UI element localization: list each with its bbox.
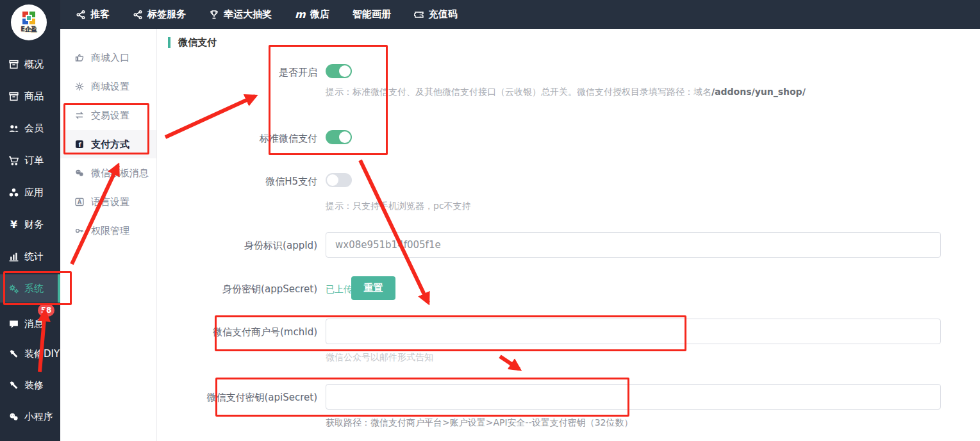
submenu-label: 商城设置 [91,81,129,93]
sidebar-label: 订单 [24,154,44,167]
archive-icon [8,91,19,102]
appsecret-label: 身份密钥(appSecret) [160,283,317,295]
logo-text: E企盈 [21,25,37,34]
main-sidebar: E企盈 概况 商品 会员 订单 应用 ¥ 财务 统计 系统 消息 装修DIY [0,0,60,441]
standard-pay-toggle[interactable] [326,130,352,144]
sidebar-label: 小程序 [24,411,53,423]
sidebar-item-statistics[interactable]: 统计 [0,242,60,270]
arrow-mchid-to-apisecret [500,356,519,369]
users-icon [8,123,19,134]
sidebar-item-decorate[interactable]: 装修 [0,371,60,399]
yen-icon: ¥ [8,219,19,231]
sidebar-label: 应用 [24,187,44,199]
toggle-knob [339,131,351,143]
wechat-icon [8,412,19,422]
enable-label: 是否开启 [160,67,317,79]
hammer-icon [8,380,19,391]
sidebar-label: 会员 [24,122,44,135]
trophy-icon [209,10,219,20]
h5-pay-toggle[interactable] [326,173,352,187]
ticket-icon [414,10,424,20]
auth-path: /addons/yun_shop/ [711,87,806,97]
m-icon: m [295,10,306,20]
arrow-submenu-to-toggles [165,96,255,137]
sidebar-item-mini-program[interactable]: 小程序 [0,403,60,431]
cubes-icon [8,187,19,198]
sidebar-label: 消息 [24,318,44,330]
sidebar-label: 统计 [24,251,44,263]
gears-icon [8,283,19,294]
submenu-item-payment-methods[interactable]: f 支付方式 [60,130,156,158]
toggle-knob [339,65,351,77]
apisecret-hint: 获取路径：微信支付商户平台>账户设置>API安全--设置支付密钥（32位数） [326,417,633,429]
appid-label: 身份标识(appId) [160,240,317,252]
comment-icon [8,319,19,329]
submenu-item-shop-entry[interactable]: 商城入口 [60,44,156,72]
language-icon: A [74,197,85,207]
submenu-label: 交易设置 [91,110,129,122]
exchange-icon [74,110,85,121]
h5-pay-label: 微信H5支付 [160,176,317,188]
system-submenu: 商城入口 商城设置 交易设置 f 支付方式 微信模板消息 A 语言设置 权限管理 [60,29,157,441]
key-icon [74,226,85,236]
sidebar-label: 财务 [24,219,44,231]
submenu-item-language-settings[interactable]: A 语言设置 [60,188,156,216]
appid-input[interactable] [326,232,941,258]
submenu-label: 商城入口 [91,52,129,64]
mchid-input[interactable] [326,319,941,344]
topnav-item-tag-service[interactable]: 标签服务 [133,8,186,21]
enable-hint: 提示：标准微信支付、及其他微信支付接口（云收银）总开关。微信支付授权目录填写路径… [326,87,806,98]
topnav-label: 标签服务 [147,8,186,21]
toggle-knob [327,174,338,186]
submenu-label: 支付方式 [91,138,129,151]
submenu-label: 语言设置 [91,196,129,208]
sidebar-item-overview[interactable]: 概况 [0,50,60,78]
sidebar-label: 装修DIY [24,348,60,360]
sidebar-item-apps[interactable]: 应用 [0,178,60,206]
standard-pay-label: 标准微信支付 [160,133,317,145]
sidebar-item-finance[interactable]: ¥ 财务 [0,210,60,238]
sidebar-label: 系统 [24,283,44,295]
sidebar-item-decorate-diy[interactable]: 装修DIY [0,340,60,368]
top-navbar: 推客 标签服务 幸运大抽奖 m 微店 智能画册 充值码 [60,0,980,29]
sidebar-label: 装修 [24,379,44,392]
archive-icon [8,59,19,70]
appsecret-status: 已上传 [326,284,353,295]
share-icon [76,10,86,20]
submenu-item-shop-settings[interactable]: 商城设置 [60,72,156,101]
enable-toggle[interactable] [326,64,352,78]
submenu-label: 权限管理 [91,225,129,237]
sidebar-item-goods[interactable]: 商品 [0,82,60,110]
sidebar-item-members[interactable]: 会员 [0,114,60,142]
page-title: 微信支付 [168,37,217,49]
submenu-item-wechat-template-msg[interactable]: 微信模板消息 [60,159,156,187]
reset-button[interactable]: 重置 [351,276,395,300]
topnav-item-lucky-draw[interactable]: 幸运大抽奖 [209,8,272,21]
topnav-label: 幸运大抽奖 [224,8,272,21]
title-accent-bar [168,37,170,48]
gear-icon [74,81,85,92]
logo-icon [22,11,36,25]
mchid-label: 微信支付商户号(mchId) [160,326,317,338]
payment-icon: f [74,139,85,149]
topnav-label: 微店 [310,8,329,21]
mchid-hint: 微信公众号以邮件形式告知 [326,352,433,363]
cart-icon [8,155,19,166]
bar-chart-icon [8,251,19,262]
wechat-icon [74,168,85,178]
sidebar-item-system[interactable]: 系统 [0,274,60,303]
sidebar-item-orders[interactable]: 订单 [0,146,60,174]
topnav-item-recharge-code[interactable]: 充值码 [414,8,458,21]
sidebar-label: 商品 [24,90,44,103]
submenu-item-permission-mgmt[interactable]: 权限管理 [60,217,156,245]
submenu-item-trade-settings[interactable]: 交易设置 [60,101,156,129]
page-title-text: 微信支付 [178,37,217,49]
svg-text:A: A [78,199,82,205]
topnav-item-weidian[interactable]: m 微店 [295,8,329,21]
topnav-item-tuike[interactable]: 推客 [76,8,110,21]
apisecret-input[interactable] [326,384,941,410]
apisecret-label: 微信支付密钥(apiSecret) [160,392,317,404]
message-count-badge: 58 [38,304,54,317]
hammer-icon [8,349,19,360]
topnav-item-smart-album[interactable]: 智能画册 [353,8,391,21]
